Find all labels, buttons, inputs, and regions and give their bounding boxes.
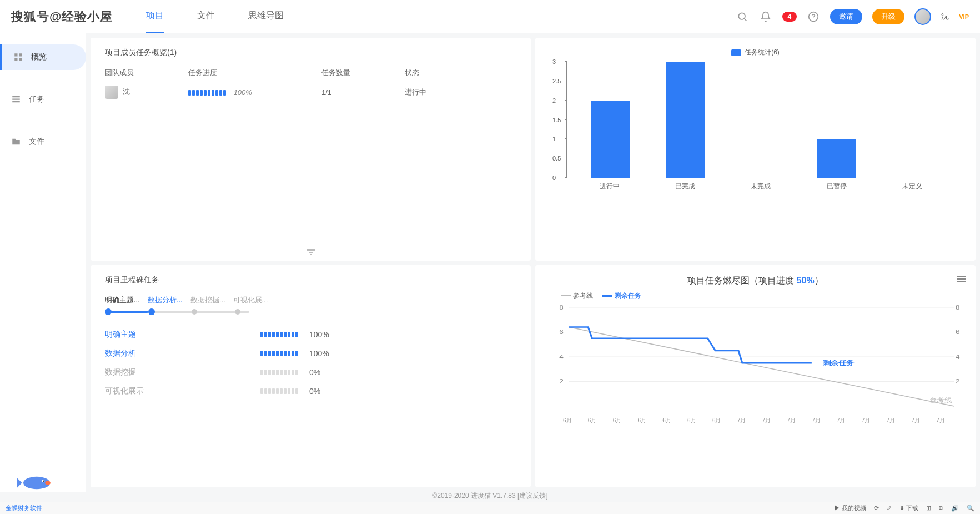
milestone-row[interactable]: 明确主题 100% (105, 330, 516, 340)
svg-line-1 (744, 18, 746, 21)
upgrade-button[interactable]: 升级 (872, 9, 904, 24)
svg-rect-8 (12, 96, 20, 97)
col-progress: 任务进度 (188, 68, 321, 78)
sidebar-label: 文件 (29, 137, 44, 147)
svg-rect-5 (19, 53, 22, 56)
tab-project[interactable]: 项目 (146, 0, 164, 33)
footer: ©2019-2020 进度猫 V1.7.83 [建议反馈] (432, 491, 547, 492)
burndown-card: 项目任务燃尽图（项目进度 50%） 参考线 剩余任务 22446688剩余任务参… (535, 265, 976, 488)
tab-files[interactable]: 文件 (197, 0, 215, 33)
milestone-row[interactable]: 数据分析 100% (105, 348, 516, 358)
invite-button[interactable]: 邀请 (830, 9, 862, 24)
progress-pct: 100% (234, 88, 252, 97)
svg-text:4: 4 (956, 353, 960, 360)
watermark: 搜狐号@经验小屋 (11, 8, 113, 25)
card-title: 项目成员任务概览(1) (105, 48, 516, 58)
svg-rect-4 (14, 53, 17, 56)
tab-mindmap[interactable]: 思维导图 (248, 0, 284, 33)
app-header: 搜狐号@经验小屋 项目 文件 思维导图 4 邀请 升级 沈 VIP (0, 0, 980, 33)
notification-badge[interactable]: 4 (782, 12, 797, 22)
burndown-chart: 22446688剩余任务参考线 (550, 304, 961, 415)
bar[interactable] (817, 139, 856, 178)
svg-text:2: 2 (559, 378, 564, 385)
card-title: 项目里程碑任务 (105, 275, 516, 285)
member-avatar (105, 86, 118, 99)
svg-text:2: 2 (956, 378, 960, 385)
milestone-row[interactable]: 数据挖掘 0% (105, 367, 516, 377)
svg-rect-10 (12, 101, 20, 102)
content-grid: 项目成员任务概览(1) 团队成员 任务进度 任务数量 状态 沈 100% 1/1… (86, 33, 980, 492)
svg-rect-9 (12, 99, 20, 100)
table-row[interactable]: 沈 100% 1/1 进行中 (105, 86, 516, 99)
member-name: 沈 (123, 87, 130, 96)
svg-rect-6 (14, 58, 17, 61)
task-status: 进行中 (405, 87, 460, 97)
sidebar-item-tasks[interactable]: 任务 (0, 87, 86, 112)
sidebar: 概览 任务 文件 (0, 33, 86, 492)
filter-icon[interactable] (306, 248, 315, 257)
sidebar-label: 任务 (29, 94, 44, 104)
grid-icon (13, 52, 23, 62)
members-card: 项目成员任务概览(1) 团队成员 任务进度 任务数量 状态 沈 100% 1/1… (91, 38, 531, 261)
menu-icon[interactable] (957, 275, 966, 285)
chart-legend: 任务统计(6) (550, 48, 961, 57)
svg-text:8: 8 (956, 304, 960, 311)
list-icon (11, 94, 21, 104)
svg-point-0 (738, 13, 745, 19)
table-header: 团队成员 任务进度 任务数量 状态 (105, 68, 516, 78)
bar[interactable] (591, 101, 630, 178)
help-icon[interactable] (807, 10, 820, 23)
col-member: 团队成员 (105, 68, 188, 78)
svg-text:8: 8 (559, 304, 564, 311)
svg-text:6: 6 (956, 328, 960, 335)
sidebar-label: 概览 (31, 52, 47, 62)
x-axis-labels: 进行中已完成未完成已暂停未定义 (566, 182, 956, 191)
bar[interactable] (666, 62, 705, 178)
svg-point-34 (43, 481, 44, 482)
burndown-legend: 参考线 剩余任务 (550, 291, 961, 301)
burndown-title: 项目任务燃尽图（项目进度 50%） (550, 275, 961, 287)
folder-icon (11, 137, 21, 147)
avatar[interactable] (914, 8, 931, 25)
burndown-x-labels: 6月6月6月6月6月6月6月7月7月7月7月7月7月7月7月7月 (550, 417, 961, 425)
svg-text:参考线: 参考线 (929, 397, 952, 403)
vip-badge: VIP (959, 13, 969, 20)
sidebar-item-files[interactable]: 文件 (0, 129, 86, 154)
header-right: 4 邀请 升级 沈 VIP (736, 8, 969, 25)
milestone-tab[interactable]: 明确主题... (105, 295, 140, 305)
username: 沈 (941, 12, 949, 22)
progress-bar (188, 90, 226, 96)
svg-marker-32 (17, 477, 22, 488)
search-icon[interactable] (736, 10, 749, 23)
svg-point-35 (45, 481, 51, 485)
svg-text:6: 6 (559, 328, 564, 335)
milestone-tab[interactable]: 数据分析... (148, 295, 183, 305)
sidebar-item-overview[interactable]: 概览 (0, 44, 86, 70)
bar-chart: 00.511.522.53 (566, 62, 956, 178)
main-layout: 概览 任务 文件 项目成员任务概览(1) 团队成员 任务进度 任务数量 状态 沈 (0, 33, 980, 492)
barchart-card: 任务统计(6) 00.511.522.53 进行中已完成未完成已暂停未定义 (535, 38, 976, 261)
milestone-card: 项目里程碑任务 明确主题...数据分析...数据挖掘...可视化展... 明确主… (91, 265, 531, 488)
milestone-row[interactable]: 可视化展示 0% (105, 386, 516, 396)
col-count: 任务数量 (321, 68, 405, 78)
task-count: 1/1 (321, 88, 405, 97)
svg-text:4: 4 (559, 353, 564, 360)
milestone-tab[interactable]: 数据挖掘... (190, 295, 225, 305)
milestone-rows: 明确主题 100%数据分析 100%数据挖掘 0%可视化展示 0% (105, 330, 516, 396)
milestone-tabs: 明确主题...数据分析...数据挖掘...可视化展... (105, 295, 516, 305)
milestone-tab[interactable]: 可视化展... (233, 295, 268, 305)
col-status: 状态 (405, 68, 460, 78)
nav-tabs: 项目 文件 思维导图 (146, 0, 735, 33)
bell-icon[interactable] (759, 10, 772, 23)
svg-text:剩余任务: 剩余任务 (822, 359, 855, 366)
milestone-slider[interactable] (105, 311, 249, 313)
svg-rect-7 (19, 58, 22, 61)
fish-mascot[interactable] (17, 470, 61, 492)
